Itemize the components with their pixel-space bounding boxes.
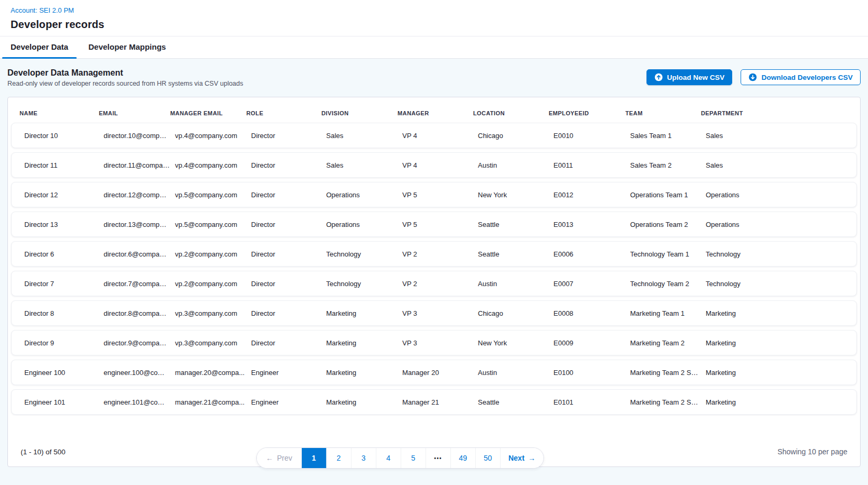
table-cell: VP 4 [402,161,478,169]
table-cell: vp.2@company.com [175,280,251,288]
table-cell: director.7@company.... [104,280,175,288]
page-number-button[interactable]: 50 [476,448,501,468]
table-cell: Operations Team 2 [630,221,706,228]
table-cell: Director [251,161,326,169]
per-page-text: Showing 10 per page [778,447,847,456]
table-cell: Marketing [326,309,402,317]
table-cell: Director 13 [24,221,104,228]
table-cell: Operations Team 1 [630,191,706,199]
table-cell: VP 5 [402,191,478,199]
tab-developer-mappings[interactable]: Developer Mappings [83,36,171,58]
page-number-button[interactable]: 49 [451,448,476,468]
table-cell: E0010 [553,132,630,140]
table-cell: Operations [706,221,856,228]
table-cell: Director 9 [24,339,104,347]
table-cell: E0013 [553,221,630,228]
table-cell: Marketing [326,369,402,377]
table-cell: Operations [326,191,402,199]
table-cell: Operations [706,191,856,199]
table-cell: vp.4@company.com [175,132,251,140]
column-header: ROLE [246,110,321,116]
table-cell: Seattle [478,221,553,228]
upload-csv-button[interactable]: Upload New CSV [647,69,733,85]
page-number-button[interactable]: 1 [302,448,327,468]
account-breadcrumb[interactable]: Account: SEI 2.0 PM [11,6,74,14]
table-cell: manager.21@compa... [175,398,251,406]
table-cell: Operations [326,221,402,228]
prev-page-button[interactable]: ← Prev [257,448,302,468]
tab-developer-data[interactable]: Developer Data [5,36,73,58]
table-cell: VP 2 [402,280,478,288]
table-row: Director 8director.8@company....vp.3@com… [11,300,857,326]
table-cell: Marketing Team 1 [630,309,706,317]
table-cell: Technology [326,250,402,258]
table-cell: Chicago [478,309,553,317]
table-cell: Director 12 [24,191,104,199]
table-cell: director.13@compan... [104,221,175,228]
results-range: (1 - 10) of 500 [21,448,66,456]
table-footer: (1 - 10) of 500 ← Prev 12345•••4950 Next… [11,426,857,466]
table-cell: Marketing [706,339,856,347]
page-number-button[interactable]: 3 [352,448,376,468]
table-cell: director.11@compan... [104,161,175,169]
table-cell: Technology Team 1 [630,250,706,258]
table-row: Engineer 100engineer.100@comp...manager.… [11,360,857,385]
page-number-button[interactable]: 5 [401,448,426,468]
table-row: Director 9director.9@company....vp.3@com… [11,330,857,355]
table-cell: Director [251,191,326,199]
table-cell: Marketing [706,369,856,377]
table-cell: Director [251,280,326,288]
table-header-row: NAMEEMAILMANAGER EMAILROLEDIVISIONMANAGE… [11,104,857,123]
table-cell: Engineer [251,369,326,377]
page-number-button[interactable]: 2 [327,448,352,468]
table-cell: director.12@compan... [104,191,175,199]
table-row: Director 7director.7@company....vp.2@com… [11,271,857,296]
table-cell: director.6@company.... [104,250,175,258]
download-csv-button[interactable]: Download Developers CSV [741,69,861,85]
next-page-button[interactable]: Next → [501,448,543,468]
table-cell: Director [251,132,326,140]
pagination: ← Prev 12345•••4950 Next → [256,447,544,469]
table-cell: Technology [706,250,856,258]
table-cell: Marketing [706,398,856,406]
table-cell: New York [478,339,553,347]
table-cell: Marketing [706,309,856,317]
column-header: DIVISION [321,110,398,116]
table-cell: Director 8 [24,309,104,317]
table-cell: E0009 [553,339,630,347]
section-header: Developer Data Management Read-only view… [7,68,861,87]
table-cell: VP 2 [402,250,478,258]
table-cell: VP 4 [402,132,478,140]
table-row: Director 10director.10@compan...vp.4@com… [11,123,857,148]
main-content: Developer Data Management Read-only view… [0,59,868,485]
table-cell: vp.5@company.com [175,191,251,199]
table-cell: Technology [706,280,856,288]
download-icon [749,73,757,81]
table-cell: vp.3@company.com [175,339,251,347]
column-header: MANAGER EMAIL [170,110,246,116]
table-cell: Engineer 101 [24,398,104,406]
pagination-ellipsis[interactable]: ••• [426,448,451,468]
table-cell: Marketing [326,339,402,347]
table-cell: director.10@compan... [104,132,175,140]
table-cell: New York [478,191,553,199]
table-cell: engineer.101@comp... [104,398,175,406]
prev-label: Prev [277,454,292,462]
developer-table: NAMEEMAILMANAGER EMAILROLEDIVISIONMANAGE… [7,97,861,467]
column-header: EMAIL [99,110,170,116]
table-cell: Marketing [326,398,402,406]
page-number-button[interactable]: 4 [376,448,401,468]
arrow-left-icon: ← [266,454,273,462]
page-header: Account: SEI 2.0 PM Developer records [0,0,868,36]
section-titles: Developer Data Management Read-only view… [7,68,243,87]
arrow-right-icon: → [528,454,535,462]
table-cell: Sales [706,161,856,169]
action-buttons: Upload New CSV Download Developers CSV [647,68,861,85]
table-cell: Technology Team 2 [630,280,706,288]
column-header: DEPARTMENT [701,110,857,116]
table-cell: engineer.100@comp... [104,369,175,377]
table-body: Director 10director.10@compan...vp.4@com… [11,123,857,419]
download-csv-label: Download Developers CSV [761,74,853,81]
table-cell: vp.4@company.com [175,161,251,169]
column-header: MANAGER [398,110,473,116]
